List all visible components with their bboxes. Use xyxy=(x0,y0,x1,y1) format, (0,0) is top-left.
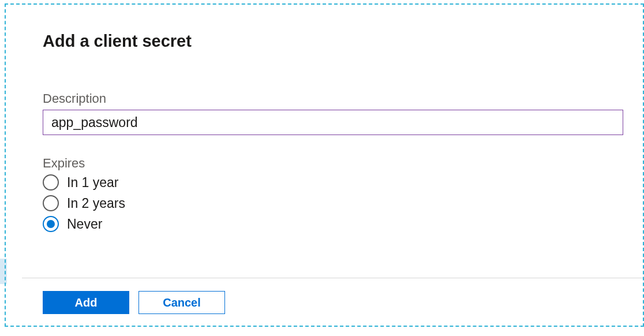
radio-option-never[interactable]: Never xyxy=(43,216,623,232)
add-client-secret-panel: Add a client secret Description Expires … xyxy=(22,14,644,327)
panel-title: Add a client secret xyxy=(43,32,623,51)
add-button[interactable]: Add xyxy=(43,291,129,314)
radio-circle-icon xyxy=(43,216,59,232)
radio-label: In 1 year xyxy=(67,175,119,191)
panel-content: Add a client secret Description Expires … xyxy=(22,14,644,278)
panel-footer: Add Cancel xyxy=(22,278,644,327)
radio-label: In 2 years xyxy=(67,196,125,211)
cancel-button[interactable]: Cancel xyxy=(138,291,225,314)
radio-circle-icon xyxy=(43,174,59,191)
left-accent-strip xyxy=(0,259,7,284)
description-label: Description xyxy=(43,91,623,106)
expires-radio-group: In 1 year In 2 years Never xyxy=(43,174,623,232)
description-input[interactable] xyxy=(43,110,623,135)
radio-option-2-years[interactable]: In 2 years xyxy=(43,195,623,211)
radio-option-1-year[interactable]: In 1 year xyxy=(43,174,623,191)
radio-circle-icon xyxy=(43,195,59,211)
expires-label: Expires xyxy=(43,156,623,171)
radio-label: Never xyxy=(67,216,102,232)
